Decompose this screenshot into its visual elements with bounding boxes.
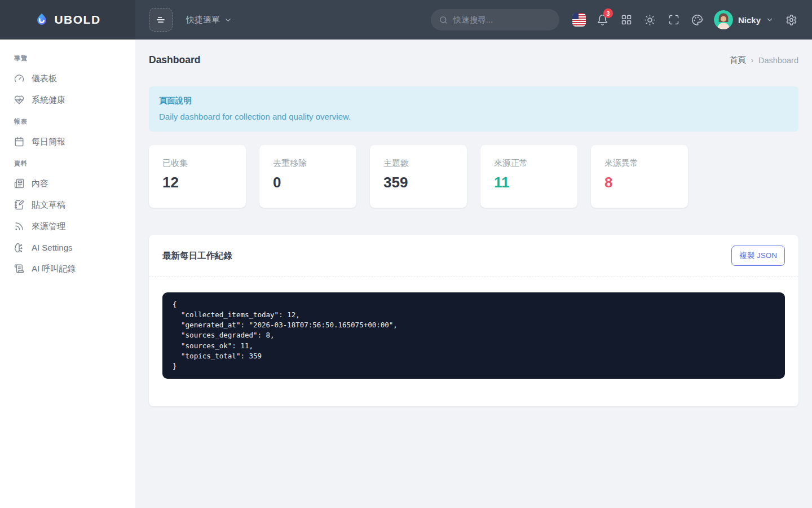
gear-icon: [785, 14, 797, 26]
stat-label: 去重移除: [273, 158, 343, 169]
work-log-body: { "collected_items_today": 12, "generate…: [149, 277, 798, 406]
sidebar-item-label: 系統健康: [32, 95, 65, 106]
work-log-header: 最新每日工作紀錄 複製 JSON: [149, 235, 798, 277]
notebook-pen-icon: [14, 200, 24, 210]
chevron-down-icon: [224, 16, 232, 24]
scroll-text-icon: [14, 264, 24, 274]
search-icon: [439, 15, 448, 25]
notification-count-badge: 3: [603, 8, 613, 18]
sidebar-toggle-button[interactable]: [149, 8, 173, 32]
breadcrumb-home[interactable]: 首頁: [730, 55, 746, 65]
stat-label: 來源異常: [604, 158, 674, 169]
copy-json-button[interactable]: 複製 JSON: [731, 246, 785, 266]
heart-pulse-icon: [14, 95, 24, 105]
topbar-actions: 3: [567, 8, 812, 32]
notifications-button[interactable]: 3: [591, 8, 615, 32]
stat-card-collected: 已收集 12: [149, 145, 246, 208]
quick-menu-dropdown[interactable]: 快捷選單: [186, 15, 232, 25]
theme-customizer-button[interactable]: [686, 8, 709, 32]
stat-card-dedup-removed: 去重移除 0: [259, 145, 356, 208]
sidebar-item-content[interactable]: 內容: [0, 173, 135, 194]
alert-heading: 頁面說明: [159, 95, 788, 106]
stat-card-sources-ok: 來源正常 11: [480, 145, 577, 208]
page-title: Dashboard: [149, 54, 200, 66]
theme-toggle-button[interactable]: [638, 8, 662, 32]
brand-flame-icon: [34, 12, 49, 27]
maximize-icon: [668, 14, 679, 25]
brand-logo[interactable]: UBOLD: [0, 0, 135, 40]
work-log-title: 最新每日工作紀錄: [162, 250, 232, 262]
brain-circuit-icon: [14, 243, 24, 253]
alert-message: Daily dashboard for collection and quali…: [159, 112, 788, 121]
page-info-alert: 頁面說明 Daily dashboard for collection and …: [149, 86, 798, 132]
sidebar-item-daily-brief[interactable]: 每日簡報: [0, 131, 135, 152]
rss-icon: [14, 221, 24, 231]
sun-icon: [644, 14, 656, 26]
stat-card-topics-total: 主題數 359: [370, 145, 467, 208]
calendar-icon: [14, 137, 24, 147]
stat-value: 359: [383, 174, 453, 191]
sidebar-item-label: 每日簡報: [32, 137, 65, 147]
sidebar-item-label: 內容: [32, 178, 48, 189]
settings-button[interactable]: [779, 8, 803, 32]
user-name: Nicky: [738, 15, 761, 25]
sidebar-item-label: AI Settings: [32, 243, 73, 252]
sidebar-item-label: 儀表板: [32, 73, 57, 84]
sidebar-item-label: 來源管理: [32, 221, 65, 232]
brand-name: UBOLD: [54, 13, 100, 27]
stat-value: 8: [604, 174, 674, 191]
sidebar-item-ai-settings[interactable]: AI Settings: [0, 237, 135, 258]
search-input[interactable]: [453, 15, 551, 24]
main-content: Dashboard 首頁 › Dashboard 頁面說明 Daily dash…: [135, 40, 812, 406]
stat-value: 0: [273, 174, 343, 191]
hamburger-icon: [155, 14, 167, 26]
sidebar-item-dashboard[interactable]: 儀表板: [0, 68, 135, 89]
breadcrumb: 首頁 › Dashboard: [730, 55, 798, 65]
sidebar-item-label: 貼文草稿: [32, 200, 65, 211]
json-code-block: { "collected_items_today": 12, "generate…: [162, 292, 785, 379]
sidebar-item-system-health[interactable]: 系統健康: [0, 89, 135, 111]
breadcrumb-separator-icon: ›: [751, 56, 753, 64]
sidebar: 導覽 儀表板 系統健康 報表 每日簡報 資料 內容 貼文草稿: [0, 40, 135, 508]
daily-work-log-card: 最新每日工作紀錄 複製 JSON { "collected_items_toda…: [149, 235, 798, 406]
language-flag-button[interactable]: [567, 8, 591, 32]
sidebar-item-post-drafts[interactable]: 貼文草稿: [0, 194, 135, 216]
topbar: UBOLD 快捷選單 3: [0, 0, 812, 40]
stat-label: 主題數: [383, 158, 453, 169]
palette-icon: [691, 14, 703, 26]
sidebar-item-label: AI 呼叫記錄: [32, 264, 76, 274]
sidebar-item-source-management[interactable]: 來源管理: [0, 216, 135, 237]
gauge-icon: [14, 73, 24, 84]
stat-card-sources-degraded: 來源異常 8: [591, 145, 688, 208]
stat-value: 11: [494, 174, 564, 191]
page-header: Dashboard 首頁 › Dashboard: [149, 40, 798, 77]
fullscreen-button[interactable]: [662, 8, 686, 32]
sidebar-section-reports: 報表: [0, 111, 135, 131]
newspaper-icon: [14, 178, 24, 189]
stat-label: 來源正常: [494, 158, 564, 169]
grid-icon: [621, 14, 632, 25]
avatar: [714, 10, 733, 29]
stat-value: 12: [162, 174, 232, 191]
stats-row: 已收集 12 去重移除 0 主題數 359 來源正常 11 來源異常 8: [149, 145, 798, 208]
chevron-down-icon: [766, 16, 774, 24]
global-search: [431, 9, 559, 30]
stat-label: 已收集: [162, 158, 232, 169]
quick-menu-label: 快捷選單: [186, 15, 220, 25]
apps-grid-button[interactable]: [615, 8, 638, 32]
us-flag-icon: [572, 13, 586, 27]
sidebar-item-ai-call-log[interactable]: AI 呼叫記錄: [0, 258, 135, 279]
sidebar-section-data: 資料: [0, 152, 135, 173]
user-menu[interactable]: Nicky: [714, 10, 774, 29]
sidebar-section-nav: 導覽: [0, 47, 135, 68]
breadcrumb-current: Dashboard: [758, 56, 798, 65]
